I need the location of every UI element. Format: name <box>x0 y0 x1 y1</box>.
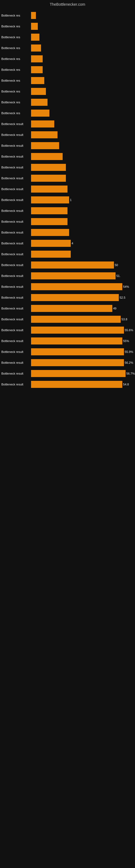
bar-label: Bottleneck result <box>1 285 31 288</box>
bar-wrapper <box>31 55 132 62</box>
bar-wrapper <box>31 229 132 236</box>
bar-wrapper: 56.7% <box>31 370 135 377</box>
bar-label: Bottleneck result <box>1 318 31 321</box>
bar-label: Bottleneck result <box>1 296 31 299</box>
bar-row: Bottleneck result53.8 <box>1 314 132 324</box>
bar-row: Bottleneck result52.5 <box>1 292 132 303</box>
bar-fill <box>31 131 57 138</box>
site-title: TheBottlenecker.com <box>50 2 85 6</box>
bar-fill <box>31 186 68 193</box>
bar-value: 49 <box>113 307 117 310</box>
bar-row: Bottleneck result4 <box>1 238 132 248</box>
bar-row: Bottleneck result55.6% <box>1 325 132 335</box>
bar-wrapper <box>31 99 132 106</box>
bar-fill <box>31 23 38 30</box>
bar-wrapper <box>31 34 132 41</box>
bar-label: Bottleneck result <box>1 350 31 353</box>
bar-label: Bottleneck res <box>1 14 31 17</box>
bar-row: Bottleneck res <box>1 75 132 86</box>
bar-row: Bottleneck res <box>1 86 132 97</box>
bar-wrapper: 53.8 <box>31 316 132 323</box>
bar-label: Bottleneck res <box>1 112 31 115</box>
bar-label: Bottleneck result <box>1 252 31 256</box>
bar-row: Bottleneck result <box>1 227 132 238</box>
bar-wrapper <box>31 23 132 30</box>
bar-row: Bottleneck result56.7% <box>1 368 132 379</box>
bar-label: Bottleneck result <box>1 187 31 191</box>
bar-wrapper: 55.6% <box>31 327 133 334</box>
bar-fill <box>31 359 124 366</box>
bar-wrapper <box>31 251 132 258</box>
bar-row: Bottleneck result <box>1 151 132 162</box>
bar-wrapper: 49 <box>31 305 132 312</box>
bar-fill <box>31 175 66 182</box>
bar-label: Bottleneck result <box>1 144 31 147</box>
bar-row: Bottleneck res <box>1 65 132 75</box>
bar-label: Bottleneck result <box>1 361 31 364</box>
bar-row: Bottleneck res <box>1 21 132 31</box>
bar-row: Bottleneck res <box>1 108 132 118</box>
bar-label: Bottleneck res <box>1 101 31 104</box>
bar-wrapper <box>31 44 132 52</box>
bar-label: Bottleneck res <box>1 68 31 71</box>
bar-row: Bottleneck res <box>1 32 132 42</box>
bar-wrapper <box>31 175 132 182</box>
bar-fill <box>31 337 122 344</box>
bar-label: Bottleneck result <box>1 372 31 375</box>
bar-value: 1 <box>70 198 72 202</box>
bar-label: Bottleneck result <box>1 383 31 386</box>
bar-row: Bottleneck result49 <box>1 303 132 314</box>
bar-fill <box>31 88 46 95</box>
bar-wrapper: 1 <box>31 196 132 204</box>
bar-fill <box>31 218 68 225</box>
bar-fill <box>31 12 36 19</box>
bar-row: Bottleneck result <box>1 173 132 183</box>
bar-fill <box>31 348 124 355</box>
bar-label: Bottleneck res <box>1 90 31 93</box>
bar-row: Bottleneck result54.8 <box>1 379 132 390</box>
bar-value: 52.5 <box>120 296 125 299</box>
bar-row: Bottleneck res <box>1 10 132 21</box>
bar-wrapper: 50 <box>31 261 132 269</box>
bar-row: Bottleneck result <box>1 162 132 173</box>
bar-fill <box>31 229 69 236</box>
bar-row: Bottleneck result <box>1 206 132 216</box>
bar-fill <box>31 120 54 127</box>
bar-label: Bottleneck res <box>1 35 31 39</box>
bar-fill <box>31 294 119 301</box>
bar-fill <box>31 77 44 84</box>
bar-wrapper <box>31 207 132 214</box>
bar-label: Bottleneck result <box>1 264 31 267</box>
bar-value: 4 <box>72 242 73 245</box>
bar-wrapper: 56.2% <box>31 359 133 366</box>
bar-fill <box>31 305 112 312</box>
bar-wrapper <box>31 153 132 160</box>
bar-row: Bottleneck result56.2% <box>1 358 132 368</box>
bar-value: 50 <box>115 264 118 267</box>
bar-fill <box>31 142 59 149</box>
bar-row: Bottleneck result <box>1 216 132 227</box>
bar-fill <box>31 272 116 279</box>
bar-label: Bottleneck result <box>1 220 31 223</box>
bar-fill <box>31 316 121 323</box>
bar-row: Bottleneck res <box>1 97 132 107</box>
bar-label: Bottleneck result <box>1 339 31 343</box>
bar-label: Bottleneck result <box>1 209 31 212</box>
bar-row: Bottleneck res <box>1 43 132 53</box>
bar-label: Bottleneck result <box>1 122 31 126</box>
bar-value: 54.8 <box>123 383 129 386</box>
bar-label: Bottleneck result <box>1 242 31 245</box>
bar-wrapper: 55.9% <box>31 348 133 355</box>
bar-value: 55% <box>123 339 129 343</box>
bar-label: Bottleneck res <box>1 46 31 50</box>
bar-wrapper <box>31 12 132 19</box>
bar-wrapper: 4 <box>31 240 132 247</box>
bar-label: Bottleneck res <box>1 25 31 28</box>
bar-row: Bottleneck result1 <box>1 195 132 205</box>
bar-label: Bottleneck result <box>1 133 31 136</box>
bar-label: Bottleneck result <box>1 166 31 169</box>
bar-wrapper <box>31 88 132 95</box>
bar-value: 55.6% <box>125 329 133 332</box>
bar-fill <box>31 55 43 62</box>
bar-value: 54% <box>123 285 129 288</box>
